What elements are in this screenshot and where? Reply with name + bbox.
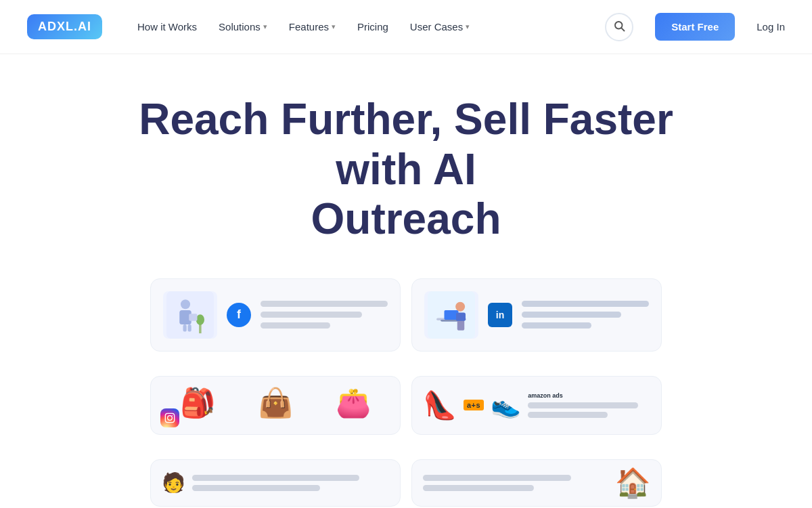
person-bottom-lines: [192, 475, 389, 491]
login-button[interactable]: Log In: [757, 21, 785, 33]
shoe-illustration: 👠: [423, 389, 457, 421]
logo[interactable]: ADXL.AI: [27, 14, 102, 39]
svg-rect-6: [188, 324, 191, 332]
linkedin-card: in: [411, 278, 662, 352]
svg-rect-17: [165, 413, 174, 422]
hero-section: Reach Further, Sell Faster with AI Outre…: [0, 54, 812, 265]
svg-point-3: [181, 299, 190, 309]
person-illustration: [163, 291, 217, 339]
svg-point-14: [455, 302, 465, 312]
desk-person-illustration: [424, 291, 478, 339]
card-lines: [261, 301, 388, 329]
building-card: 🏠: [411, 459, 662, 507]
sneaker-illustration: 👟: [491, 391, 521, 419]
svg-rect-9: [189, 314, 197, 321]
facebook-card: f: [150, 278, 401, 352]
search-button[interactable]: [605, 13, 633, 41]
svg-point-18: [168, 415, 173, 420]
svg-rect-5: [183, 324, 187, 332]
nav-pricing[interactable]: Pricing: [357, 21, 388, 33]
amazon-badge: a+s: [464, 400, 484, 410]
cards-section: f in: [0, 265, 812, 352]
svg-rect-7: [199, 324, 202, 333]
cards-row-2: 🎒 👜 👛 👠 a+s 👟 amazon ads: [0, 362, 812, 435]
amazon-ads-logo-text: amazon ads: [528, 392, 563, 399]
linkedin-icon: in: [488, 303, 512, 327]
cards-row-3: 🧑 🏠: [0, 446, 812, 507]
product-bag-1: 🎒: [180, 386, 215, 419]
instagram-icon: [160, 408, 179, 427]
navigation: ADXL.AI How it Works Solutions ▾ Feature…: [0, 0, 812, 54]
building-content-lines: [423, 475, 608, 491]
hero-headline: Reach Further, Sell Faster with AI Outre…: [102, 95, 710, 245]
start-free-button[interactable]: Start Free: [655, 13, 735, 41]
chevron-down-icon: ▾: [263, 22, 267, 31]
instagram-product-card: 🎒 👜 👛: [150, 376, 401, 435]
amazon-ads-card: 👠 a+s 👟 amazon ads: [411, 376, 662, 435]
svg-rect-15: [457, 320, 465, 331]
search-icon: [613, 20, 625, 35]
svg-line-1: [622, 28, 625, 30]
product-bag-3: 👛: [336, 386, 371, 419]
person-bottom-illustration: 🧑: [162, 471, 185, 494]
person-bottom-card: 🧑: [150, 459, 401, 507]
svg-point-19: [172, 415, 173, 415]
svg-point-8: [196, 314, 204, 325]
product-bag-2: 👜: [258, 386, 293, 419]
chevron-down-icon: ▾: [466, 22, 470, 31]
nav-features[interactable]: Features ▾: [289, 21, 336, 33]
svg-rect-16: [456, 312, 466, 320]
nav-how-it-works[interactable]: How it Works: [137, 21, 197, 33]
nav-user-cases[interactable]: User Cases ▾: [410, 21, 470, 33]
card-lines: [522, 301, 649, 329]
facebook-icon: f: [227, 303, 251, 327]
nav-solutions[interactable]: Solutions ▾: [219, 21, 267, 33]
building-illustration: 🏠: [615, 466, 650, 499]
amazon-content-lines: amazon ads: [528, 392, 650, 418]
chevron-down-icon: ▾: [332, 22, 336, 31]
